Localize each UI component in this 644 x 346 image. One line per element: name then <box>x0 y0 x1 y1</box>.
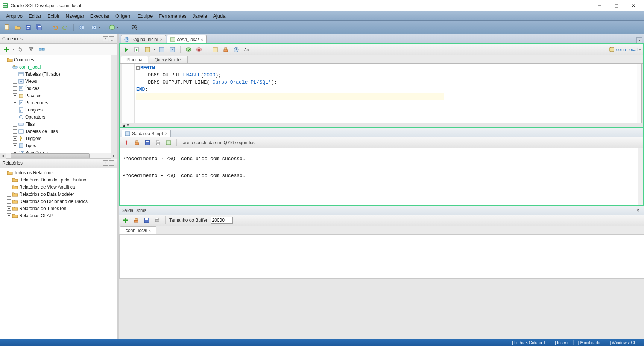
expand-toggle[interactable]: + <box>13 122 17 127</box>
close-button[interactable] <box>625 0 642 11</box>
new-connection-button[interactable] <box>2 45 11 53</box>
output-scrollbar[interactable] <box>638 148 643 205</box>
expand-toggle[interactable]: + <box>13 108 17 112</box>
open-output-button[interactable] <box>164 139 173 147</box>
dbms-output-body[interactable] <box>119 234 644 279</box>
expand-toggle[interactable]: + <box>7 213 11 218</box>
print-output-button[interactable] <box>154 139 162 147</box>
expand-toggle[interactable]: + <box>7 192 11 197</box>
report-item[interactable]: Relatórios do TimesTen <box>19 206 66 211</box>
tab-close-icon[interactable]: × <box>160 37 162 42</box>
clear-button[interactable] <box>222 46 230 54</box>
commit-button[interactable] <box>184 46 193 54</box>
menu-ferramentas[interactable]: Ferramentas <box>156 12 190 20</box>
editor-overview-ruler[interactable] <box>637 64 641 123</box>
expand-toggle[interactable]: + <box>13 101 17 105</box>
expand-toggle[interactable]: + <box>13 143 17 148</box>
expand-toggle[interactable]: + <box>7 185 11 189</box>
tree-item[interactable]: Funções <box>25 107 43 113</box>
tree-item[interactable]: Triggers <box>25 136 42 141</box>
back-dropdown[interactable]: ▾ <box>77 23 88 32</box>
refresh-connections-button[interactable] <box>17 45 25 53</box>
tab-start-page[interactable]: ? Página Inicial × <box>121 35 166 43</box>
script-output-text[interactable]: Procedimento PL/SQL concluído com sucess… <box>120 148 428 205</box>
tree-item[interactable]: Views <box>25 79 37 84</box>
tab-close-icon[interactable]: × <box>165 131 167 136</box>
sql-history-button[interactable] <box>232 46 240 54</box>
reports-tree[interactable]: Todos os Relatórios +Relatórios Definido… <box>0 168 117 339</box>
run-statement-button[interactable] <box>122 46 131 54</box>
maximize-button[interactable] <box>608 0 625 11</box>
menu-origem[interactable]: Origem <box>112 12 135 20</box>
buffer-size-input[interactable] <box>211 217 233 224</box>
tab-close-icon[interactable]: × <box>149 228 151 233</box>
explain-plan-button[interactable] <box>143 46 152 54</box>
report-item[interactable]: Relatórios do Data Modeler <box>19 192 74 197</box>
menu-janela[interactable]: Janela <box>190 12 210 20</box>
run-script-button[interactable] <box>133 46 141 54</box>
tree-scrollbar[interactable] <box>111 55 117 153</box>
tree-item[interactable]: Filas <box>25 122 35 127</box>
menu-executar[interactable]: Executar <box>87 12 112 20</box>
unshared-worksheet-button[interactable] <box>211 46 219 54</box>
panel-minimize-icon[interactable]: _ <box>109 160 114 166</box>
expand-toggle[interactable]: + <box>13 86 17 91</box>
clear-dbms-button[interactable] <box>132 216 140 224</box>
chevron-down-icon[interactable]: ▾ <box>639 48 641 52</box>
save-output-button[interactable] <box>143 139 152 147</box>
enable-dbms-output-button[interactable] <box>122 216 130 224</box>
find-button[interactable] <box>130 23 138 32</box>
redo-button[interactable] <box>61 23 70 32</box>
tree-item[interactable]: Tipos <box>25 143 36 148</box>
report-item[interactable]: Relatórios do Dicionário de Dados <box>19 199 88 204</box>
splitter-handle[interactable]: ▲▼ <box>120 123 643 127</box>
panel-close-icon[interactable]: × <box>103 160 108 166</box>
forward-dropdown[interactable]: ▾ <box>90 23 100 32</box>
tab-query-builder[interactable]: Query Builder <box>149 56 188 63</box>
panel-minimize-icon[interactable]: _ <box>109 36 114 41</box>
sql-button[interactable]: ▾ <box>108 23 118 32</box>
tree-item[interactable]: Sequências <box>25 150 49 153</box>
new-button[interactable] <box>3 23 11 32</box>
connections-tree[interactable]: Conexões −conn_local +Tabelas (Filtrado)… <box>0 55 111 153</box>
minimize-button[interactable] <box>591 0 608 11</box>
report-item[interactable]: Relatórios de View Analítica <box>19 184 75 190</box>
expand-toggle[interactable]: + <box>13 93 17 98</box>
tree-horizontal-scrollbar[interactable]: ◂▸ <box>0 153 117 159</box>
tree-item[interactable]: Pacotes <box>25 93 41 98</box>
expand-toggle[interactable]: + <box>7 178 11 182</box>
connection-name[interactable]: conn_local <box>19 64 41 70</box>
pin-button[interactable] <box>122 139 131 147</box>
tab-script-output[interactable]: Saída do Script × <box>122 130 171 137</box>
sql-editor[interactable]: −BEGIN DBMS_OUTPUT.ENABLE(2000); DBMS_OU… <box>122 64 642 123</box>
tree-item[interactable]: Índices <box>25 86 39 91</box>
panel-minimize-icon[interactable]: _ <box>639 208 642 213</box>
panel-close-icon[interactable]: × <box>103 36 108 41</box>
menu-navegar[interactable]: Navegar <box>63 12 87 20</box>
print-dbms-button[interactable] <box>153 216 161 224</box>
expand-toggle[interactable]: + <box>7 199 11 204</box>
expand-toggle[interactable]: + <box>13 136 17 141</box>
clear-output-button[interactable] <box>133 139 141 147</box>
save-button[interactable] <box>24 23 32 32</box>
expand-toggle[interactable]: + <box>13 72 17 76</box>
filter-button[interactable] <box>27 45 35 53</box>
tree-item[interactable]: Operators <box>25 114 45 120</box>
menu-editar[interactable]: Editar <box>26 12 44 20</box>
save-all-button[interactable] <box>35 23 43 32</box>
tab-close-icon[interactable]: × <box>200 37 203 42</box>
sql-tuning-button[interactable] <box>168 46 176 54</box>
tree-item[interactable]: Tabelas (Filtrado) <box>25 72 60 77</box>
to-uppercase-button[interactable]: Aa <box>243 46 251 54</box>
open-button[interactable] <box>14 23 22 32</box>
expand-toggle[interactable]: + <box>7 206 11 211</box>
report-item[interactable]: Relatórios OLAP <box>19 213 53 218</box>
menu-ajuda[interactable]: Ajuda <box>210 12 228 20</box>
code-area[interactable]: −BEGIN DBMS_OUTPUT.ENABLE(2000); DBMS_OU… <box>135 64 445 123</box>
report-item[interactable]: Relatórios Definidos pelo Usuário <box>19 177 86 183</box>
sql-connection-label[interactable]: conn_local <box>616 47 638 52</box>
autotrace-button[interactable] <box>158 46 166 54</box>
save-dbms-button[interactable] <box>143 216 151 224</box>
tab-planilha[interactable]: Planilha <box>121 56 148 63</box>
fold-toggle[interactable]: − <box>136 66 140 70</box>
